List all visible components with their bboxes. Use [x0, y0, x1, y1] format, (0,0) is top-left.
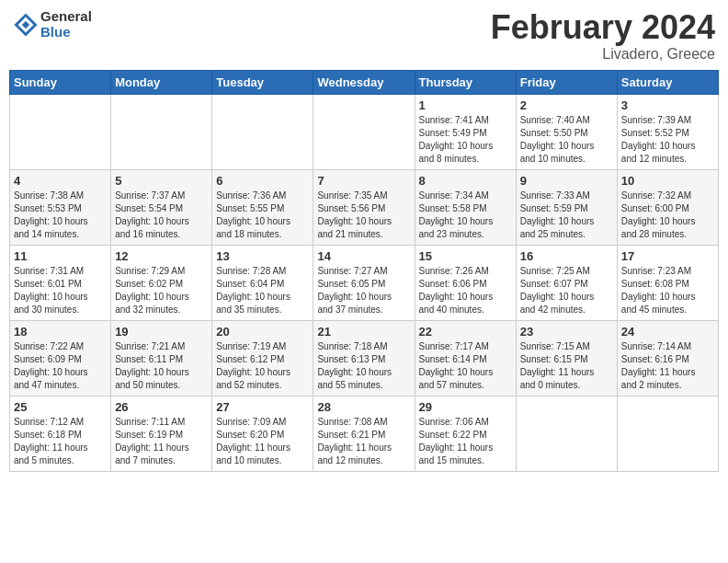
- calendar-location: Livadero, Greece: [491, 46, 715, 63]
- day-info: Sunrise: 7:36 AM Sunset: 5:55 PM Dayligh…: [216, 190, 309, 241]
- day-info: Sunrise: 7:39 AM Sunset: 5:52 PM Dayligh…: [621, 114, 714, 166]
- logo-general-text: General: [40, 9, 92, 25]
- day-info: Sunrise: 7:28 AM Sunset: 6:04 PM Dayligh…: [216, 265, 309, 316]
- day-number: 15: [419, 249, 512, 263]
- calendar-cell: 10Sunrise: 7:32 AM Sunset: 6:00 PM Dayli…: [617, 169, 718, 245]
- day-info: Sunrise: 7:41 AM Sunset: 5:49 PM Dayligh…: [419, 114, 512, 166]
- column-header-friday: Friday: [516, 70, 617, 94]
- day-info: Sunrise: 7:17 AM Sunset: 6:14 PM Dayligh…: [419, 340, 512, 392]
- day-number: 10: [621, 174, 714, 188]
- day-number: 29: [419, 400, 512, 414]
- calendar-cell: [617, 396, 718, 471]
- calendar-cell: 29Sunrise: 7:06 AM Sunset: 6:22 PM Dayli…: [415, 396, 516, 471]
- day-info: Sunrise: 7:12 AM Sunset: 6:18 PM Dayligh…: [14, 416, 107, 467]
- calendar-cell: [212, 94, 313, 169]
- calendar-cell: 5Sunrise: 7:37 AM Sunset: 5:54 PM Daylig…: [111, 169, 212, 245]
- calendar-cell: 6Sunrise: 7:36 AM Sunset: 5:55 PM Daylig…: [212, 169, 313, 245]
- day-info: Sunrise: 7:38 AM Sunset: 5:53 PM Dayligh…: [14, 190, 107, 241]
- day-number: 26: [115, 400, 208, 414]
- calendar-cell: 3Sunrise: 7:39 AM Sunset: 5:52 PM Daylig…: [617, 94, 718, 169]
- day-number: 9: [520, 174, 613, 188]
- column-header-wednesday: Wednesday: [313, 70, 415, 94]
- calendar-cell: 12Sunrise: 7:29 AM Sunset: 6:02 PM Dayli…: [111, 245, 212, 320]
- calendar-table: SundayMondayTuesdayWednesdayThursdayFrid…: [9, 70, 719, 472]
- calendar-cell: 28Sunrise: 7:08 AM Sunset: 6:21 PM Dayli…: [313, 396, 415, 471]
- calendar-cell: 19Sunrise: 7:21 AM Sunset: 6:11 PM Dayli…: [111, 320, 212, 396]
- calendar-week-row: 25Sunrise: 7:12 AM Sunset: 6:18 PM Dayli…: [10, 396, 719, 471]
- logo-blue-text: Blue: [40, 25, 92, 40]
- calendar-cell: 21Sunrise: 7:18 AM Sunset: 6:13 PM Dayli…: [313, 320, 415, 396]
- calendar-cell: 20Sunrise: 7:19 AM Sunset: 6:12 PM Dayli…: [212, 320, 313, 396]
- calendar-cell: [313, 94, 415, 169]
- logo-text: General Blue: [40, 9, 92, 40]
- calendar-cell: 24Sunrise: 7:14 AM Sunset: 6:16 PM Dayli…: [617, 320, 718, 396]
- day-number: 20: [216, 325, 309, 339]
- day-number: 4: [14, 174, 107, 188]
- calendar-cell: 16Sunrise: 7:25 AM Sunset: 6:07 PM Dayli…: [516, 245, 617, 320]
- column-header-thursday: Thursday: [415, 70, 516, 94]
- calendar-cell: 23Sunrise: 7:15 AM Sunset: 6:15 PM Dayli…: [516, 320, 617, 396]
- calendar-cell: 8Sunrise: 7:34 AM Sunset: 5:58 PM Daylig…: [415, 169, 516, 245]
- calendar-cell: 22Sunrise: 7:17 AM Sunset: 6:14 PM Dayli…: [415, 320, 516, 396]
- day-number: 19: [115, 325, 208, 339]
- day-number: 27: [216, 400, 309, 414]
- day-number: 1: [419, 98, 512, 112]
- column-header-saturday: Saturday: [617, 70, 718, 94]
- calendar-cell: 2Sunrise: 7:40 AM Sunset: 5:50 PM Daylig…: [516, 94, 617, 169]
- column-header-sunday: Sunday: [10, 70, 111, 94]
- calendar-week-row: 11Sunrise: 7:31 AM Sunset: 6:01 PM Dayli…: [10, 245, 719, 320]
- day-info: Sunrise: 7:25 AM Sunset: 6:07 PM Dayligh…: [520, 265, 613, 316]
- day-info: Sunrise: 7:09 AM Sunset: 6:20 PM Dayligh…: [216, 416, 309, 467]
- day-info: Sunrise: 7:14 AM Sunset: 6:16 PM Dayligh…: [621, 340, 714, 392]
- day-number: 7: [317, 174, 410, 188]
- day-number: 22: [419, 325, 512, 339]
- day-info: Sunrise: 7:18 AM Sunset: 6:13 PM Dayligh…: [317, 340, 410, 392]
- calendar-week-row: 4Sunrise: 7:38 AM Sunset: 5:53 PM Daylig…: [10, 169, 719, 245]
- day-number: 2: [520, 98, 613, 112]
- calendar-cell: 27Sunrise: 7:09 AM Sunset: 6:20 PM Dayli…: [212, 396, 313, 471]
- calendar-week-row: 18Sunrise: 7:22 AM Sunset: 6:09 PM Dayli…: [10, 320, 719, 396]
- day-info: Sunrise: 7:08 AM Sunset: 6:21 PM Dayligh…: [317, 416, 410, 467]
- calendar-week-row: 1Sunrise: 7:41 AM Sunset: 5:49 PM Daylig…: [10, 94, 719, 169]
- day-number: 14: [317, 249, 410, 263]
- day-info: Sunrise: 7:29 AM Sunset: 6:02 PM Dayligh…: [115, 265, 208, 316]
- calendar-cell: 25Sunrise: 7:12 AM Sunset: 6:18 PM Dayli…: [10, 396, 111, 471]
- day-info: Sunrise: 7:21 AM Sunset: 6:11 PM Dayligh…: [115, 340, 208, 392]
- calendar-cell: 26Sunrise: 7:11 AM Sunset: 6:19 PM Dayli…: [111, 396, 212, 471]
- day-info: Sunrise: 7:34 AM Sunset: 5:58 PM Dayligh…: [419, 190, 512, 241]
- day-info: Sunrise: 7:35 AM Sunset: 5:56 PM Dayligh…: [317, 190, 410, 241]
- day-info: Sunrise: 7:22 AM Sunset: 6:09 PM Dayligh…: [14, 340, 107, 392]
- day-info: Sunrise: 7:11 AM Sunset: 6:19 PM Dayligh…: [115, 416, 208, 467]
- day-number: 21: [317, 325, 410, 339]
- day-number: 6: [216, 174, 309, 188]
- day-number: 8: [419, 174, 512, 188]
- day-info: Sunrise: 7:19 AM Sunset: 6:12 PM Dayligh…: [216, 340, 309, 392]
- calendar-cell: 17Sunrise: 7:23 AM Sunset: 6:08 PM Dayli…: [617, 245, 718, 320]
- day-info: Sunrise: 7:06 AM Sunset: 6:22 PM Dayligh…: [419, 416, 512, 467]
- calendar-cell: 1Sunrise: 7:41 AM Sunset: 5:49 PM Daylig…: [415, 94, 516, 169]
- day-number: 23: [520, 325, 613, 339]
- day-info: Sunrise: 7:31 AM Sunset: 6:01 PM Dayligh…: [14, 265, 107, 316]
- day-info: Sunrise: 7:23 AM Sunset: 6:08 PM Dayligh…: [621, 265, 714, 316]
- day-number: 5: [115, 174, 208, 188]
- day-number: 28: [317, 400, 410, 414]
- calendar-title: February 2024: [491, 9, 715, 46]
- day-number: 16: [520, 249, 613, 263]
- page-header: General Blue February 2024 Livadero, Gre…: [9, 9, 719, 63]
- calendar-cell: 11Sunrise: 7:31 AM Sunset: 6:01 PM Dayli…: [10, 245, 111, 320]
- day-number: 25: [14, 400, 107, 414]
- day-info: Sunrise: 7:26 AM Sunset: 6:06 PM Dayligh…: [419, 265, 512, 316]
- calendar-header-row: SundayMondayTuesdayWednesdayThursdayFrid…: [10, 70, 719, 94]
- day-info: Sunrise: 7:32 AM Sunset: 6:00 PM Dayligh…: [621, 190, 714, 241]
- day-info: Sunrise: 7:40 AM Sunset: 5:50 PM Dayligh…: [520, 114, 613, 166]
- calendar-cell: 15Sunrise: 7:26 AM Sunset: 6:06 PM Dayli…: [415, 245, 516, 320]
- day-number: 11: [14, 249, 107, 263]
- calendar-cell: 7Sunrise: 7:35 AM Sunset: 5:56 PM Daylig…: [313, 169, 415, 245]
- calendar-cell: 9Sunrise: 7:33 AM Sunset: 5:59 PM Daylig…: [516, 169, 617, 245]
- column-header-tuesday: Tuesday: [212, 70, 313, 94]
- logo: General Blue: [13, 9, 92, 40]
- logo-icon: [13, 12, 39, 38]
- calendar-cell: 14Sunrise: 7:27 AM Sunset: 6:05 PM Dayli…: [313, 245, 415, 320]
- day-info: Sunrise: 7:33 AM Sunset: 5:59 PM Dayligh…: [520, 190, 613, 241]
- day-number: 24: [621, 325, 714, 339]
